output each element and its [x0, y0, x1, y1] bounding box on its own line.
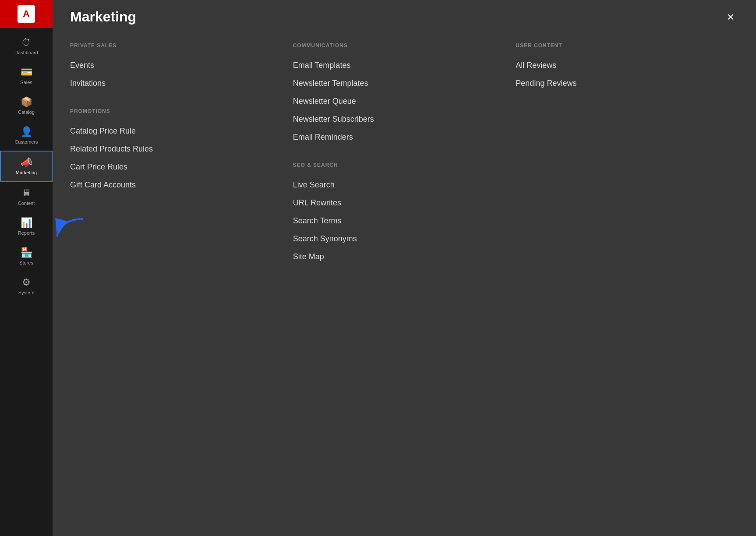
app-logo[interactable]: A: [0, 0, 53, 28]
menu-link-newsletter-queue[interactable]: Newsletter Queue: [293, 92, 498, 110]
main-content: Marketing × PRIVATE SALESEventsInvitatio…: [53, 0, 756, 536]
sidebar: A ⏱Dashboard💳Sales📦Catalog👤Customers📣Mar…: [0, 0, 53, 536]
section-title-communications: COMMUNICATIONS: [293, 42, 498, 49]
menu-section-private-sales: PRIVATE SALESEventsInvitations: [70, 42, 276, 92]
menu-link-gift-card-accounts[interactable]: Gift Card Accounts: [70, 176, 276, 194]
menu-link-search-terms[interactable]: Search Terms: [293, 212, 498, 230]
menu-link-events[interactable]: Events: [70, 56, 276, 74]
menu-column-col3: USER CONTENTAll ReviewsPending Reviews: [516, 42, 738, 527]
menu-section-user-content: USER CONTENTAll ReviewsPending Reviews: [516, 42, 721, 92]
sidebar-item-label-catalog: Catalog: [18, 109, 35, 115]
menu-link-site-map[interactable]: Site Map: [293, 248, 498, 266]
menu-link-related-products-rules[interactable]: Related Products Rules: [70, 140, 276, 158]
catalog-icon: 📦: [21, 97, 32, 107]
section-title-user-content: USER CONTENT: [516, 42, 721, 49]
menu-link-pending-reviews[interactable]: Pending Reviews: [516, 74, 721, 92]
menu-link-newsletter-subscribers[interactable]: Newsletter Subscribers: [293, 110, 498, 128]
sidebar-nav: ⏱Dashboard💳Sales📦Catalog👤Customers📣Marke…: [0, 28, 53, 536]
menu-grid: PRIVATE SALESEventsInvitationsPROMOTIONS…: [53, 34, 756, 536]
sidebar-item-catalog[interactable]: 📦Catalog: [0, 91, 53, 121]
menu-link-url-rewrites[interactable]: URL Rewrites: [293, 194, 498, 212]
menu-link-email-reminders[interactable]: Email Reminders: [293, 128, 498, 146]
dashboard-icon: ⏱: [21, 38, 31, 47]
sidebar-item-reports[interactable]: 📊Reports: [0, 212, 53, 242]
sidebar-item-label-customers: Customers: [14, 139, 38, 145]
section-title-promotions: PROMOTIONS: [70, 108, 276, 114]
logo-letter: A: [18, 5, 35, 23]
menu-column-col2: COMMUNICATIONSEmail TemplatesNewsletter …: [293, 42, 516, 527]
menu-link-all-reviews[interactable]: All Reviews: [516, 56, 721, 74]
menu-link-email-templates[interactable]: Email Templates: [293, 56, 498, 74]
sidebar-item-content[interactable]: 🖥Content: [0, 182, 53, 212]
sidebar-item-stores[interactable]: 🏪Stores: [0, 242, 53, 272]
section-title-seo-search: SEO & SEARCH: [293, 162, 498, 168]
content-icon: 🖥: [21, 188, 31, 198]
menu-section-promotions: PROMOTIONSCatalog Price RuleRelated Prod…: [70, 108, 276, 194]
sidebar-item-dashboard[interactable]: ⏱Dashboard: [0, 32, 53, 61]
sidebar-item-sales[interactable]: 💳Sales: [0, 61, 53, 91]
menu-link-catalog-price-rule[interactable]: Catalog Price Rule: [70, 122, 276, 140]
sales-icon: 💳: [21, 67, 32, 77]
section-title-private-sales: PRIVATE SALES: [70, 42, 276, 49]
menu-section-communications: COMMUNICATIONSEmail TemplatesNewsletter …: [293, 42, 498, 146]
close-button[interactable]: ×: [723, 9, 738, 25]
sidebar-item-label-marketing: Marketing: [16, 170, 37, 175]
sidebar-item-label-sales: Sales: [20, 80, 32, 85]
sidebar-item-customers[interactable]: 👤Customers: [0, 121, 53, 151]
sidebar-item-marketing[interactable]: 📣Marketing: [0, 151, 53, 182]
sidebar-item-label-content: Content: [18, 201, 35, 206]
main-header: Marketing ×: [53, 0, 756, 34]
marketing-icon: 📣: [21, 158, 32, 167]
customers-icon: 👤: [21, 127, 32, 137]
menu-link-invitations[interactable]: Invitations: [70, 74, 276, 92]
menu-section-seo-search: SEO & SEARCHLive SearchURL RewritesSearc…: [293, 162, 498, 266]
menu-link-live-search[interactable]: Live Search: [293, 176, 498, 194]
sidebar-item-label-reports: Reports: [18, 230, 35, 236]
menu-link-newsletter-templates[interactable]: Newsletter Templates: [293, 74, 498, 92]
sidebar-item-label-dashboard: Dashboard: [14, 50, 38, 55]
menu-link-search-synonyms[interactable]: Search Synonyms: [293, 230, 498, 248]
sidebar-item-system[interactable]: ⚙System: [0, 272, 53, 301]
sidebar-item-label-stores: Stores: [19, 260, 33, 265]
sidebar-item-label-system: System: [18, 290, 35, 295]
system-icon: ⚙: [22, 278, 31, 287]
menu-column-col1: PRIVATE SALESEventsInvitationsPROMOTIONS…: [70, 42, 293, 527]
reports-icon: 📊: [21, 218, 32, 228]
menu-link-cart-price-rules[interactable]: Cart Price Rules: [70, 158, 276, 176]
page-title: Marketing: [70, 9, 136, 25]
stores-icon: 🏪: [21, 248, 32, 257]
